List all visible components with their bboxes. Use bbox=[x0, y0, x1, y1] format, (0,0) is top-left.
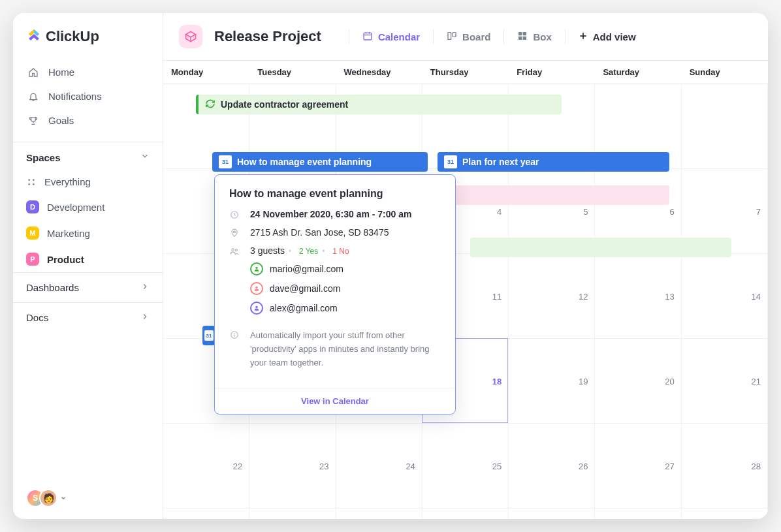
calendar-cell[interactable]: 20 bbox=[595, 339, 681, 424]
svg-rect-10 bbox=[523, 36, 526, 39]
date-number: 1 bbox=[238, 207, 242, 217]
user-menu[interactable]: S 🧑 bbox=[13, 477, 163, 519]
calendar-cell[interactable]: 19 bbox=[509, 339, 595, 424]
calendar-cell[interactable]: 13 bbox=[595, 254, 681, 339]
tab-calendar-label: Calendar bbox=[378, 31, 420, 42]
svg-rect-7 bbox=[518, 32, 522, 35]
grid-dots-icon bbox=[26, 177, 37, 187]
svg-rect-4 bbox=[364, 33, 372, 40]
calendar-cell[interactable] bbox=[249, 339, 336, 424]
space-badge-marketing: M bbox=[26, 227, 39, 240]
date-number: 14 bbox=[752, 292, 761, 302]
calendar-day-header: Monday Tuesday Wednesday Thursday Friday… bbox=[163, 60, 768, 84]
day-header: Sunday bbox=[682, 61, 768, 84]
calendar-cell[interactable]: 12 bbox=[509, 254, 595, 339]
calendar-cell[interactable]: 25 bbox=[422, 424, 509, 509]
event-manage-planning[interactable]: 31 How to manage event planning bbox=[212, 152, 428, 172]
calendar-cell[interactable]: 11 bbox=[422, 254, 509, 339]
calendar-cell[interactable]: 14 bbox=[682, 254, 768, 339]
calendar-cell[interactable]: 21 bbox=[682, 339, 768, 424]
calendar-cell[interactable]: 3 bbox=[336, 169, 422, 254]
sidebar-item-dashboards[interactable]: Dashboards bbox=[13, 272, 163, 302]
spaces-header[interactable]: Spaces bbox=[13, 142, 163, 170]
space-badge-development: D bbox=[26, 200, 39, 213]
tab-box[interactable]: Box bbox=[509, 27, 559, 47]
date-number: 2 bbox=[324, 207, 328, 217]
header: Release Project Calendar Board bbox=[163, 13, 768, 60]
sidebar-item-product[interactable]: P Product bbox=[13, 246, 163, 272]
event-update-contractor[interactable]: Update contractor agreement bbox=[196, 95, 562, 114]
brand-logo[interactable]: ClickUp bbox=[13, 13, 163, 57]
day-header: Friday bbox=[509, 61, 595, 84]
calendar-cell[interactable]: 27 bbox=[595, 424, 681, 509]
calendar-cell[interactable]: 2 bbox=[249, 169, 336, 254]
nav-notifications[interactable]: Notifications bbox=[21, 84, 155, 108]
chevron-down-icon bbox=[140, 151, 150, 163]
calendar-cell[interactable]: 1 bbox=[422, 509, 509, 519]
date-number: 20 bbox=[665, 377, 674, 386]
svg-rect-8 bbox=[523, 32, 526, 35]
date-number: 3 bbox=[411, 207, 415, 217]
add-view-label: Add view bbox=[593, 31, 636, 42]
calendar-cell[interactable]: 26 bbox=[509, 424, 595, 509]
calendar-grid: 1234567111213141819202122232425262728293… bbox=[163, 84, 768, 519]
docs-label: Docs bbox=[26, 312, 48, 323]
tab-board[interactable]: Board bbox=[439, 27, 498, 47]
event-plan-next-year[interactable]: 31 Plan for next year bbox=[438, 152, 669, 172]
calendar-cell[interactable]: 31 bbox=[336, 509, 422, 519]
date-number: 5 bbox=[583, 207, 588, 217]
event-blue-peek[interactable]: 31 bbox=[202, 326, 215, 345]
calendar-cell[interactable]: 30 bbox=[249, 509, 336, 519]
day-header: Thursday bbox=[422, 61, 509, 84]
calendar-cell[interactable] bbox=[163, 339, 249, 424]
calendar-cell[interactable] bbox=[249, 254, 336, 339]
everything-label: Everything bbox=[44, 176, 91, 187]
tab-calendar[interactable]: Calendar bbox=[355, 27, 428, 47]
calendar-cell[interactable]: 23 bbox=[249, 424, 336, 509]
sidebar-item-marketing[interactable]: M Marketing bbox=[13, 220, 163, 246]
user-avatar-2: 🧑 bbox=[39, 489, 57, 507]
project-icon[interactable] bbox=[179, 25, 202, 48]
brand-name: ClickUp bbox=[46, 28, 99, 45]
calendar-cell[interactable]: 28 bbox=[682, 424, 768, 509]
calendar-cell[interactable] bbox=[682, 84, 768, 169]
date-number: 12 bbox=[579, 292, 588, 302]
calendar-cell[interactable]: 4 bbox=[682, 509, 768, 519]
sidebar-item-development[interactable]: D Development bbox=[13, 194, 163, 220]
svg-point-0 bbox=[28, 179, 30, 181]
separator bbox=[503, 29, 504, 44]
clickup-logo-icon bbox=[26, 27, 42, 46]
main-panel: Release Project Calendar Board bbox=[163, 13, 768, 519]
board-icon bbox=[447, 31, 457, 43]
nav-goals[interactable]: Goals bbox=[21, 108, 155, 133]
calendar-cell[interactable]: 29 bbox=[163, 509, 249, 519]
tab-box-label: Box bbox=[533, 31, 551, 42]
calendar-cell[interactable] bbox=[336, 254, 422, 339]
app-window: ClickUp Home Notifications Goals bbox=[13, 13, 768, 519]
spaces-title: Spaces bbox=[26, 152, 61, 163]
sidebar-item-everything[interactable]: Everything bbox=[13, 170, 163, 194]
event-pink[interactable] bbox=[438, 185, 669, 205]
trophy-icon bbox=[27, 116, 39, 126]
day-header: Tuesday bbox=[249, 61, 336, 84]
nav-home[interactable]: Home bbox=[21, 60, 155, 84]
recurring-icon bbox=[205, 99, 215, 111]
project-title: Release Project bbox=[214, 28, 321, 45]
date-number: 28 bbox=[752, 462, 761, 471]
calendar-small-icon: 31 bbox=[219, 155, 232, 168]
plus-icon bbox=[579, 31, 588, 42]
event-label: How to manage event planning bbox=[237, 157, 372, 167]
calendar-cell[interactable]: 22 bbox=[163, 424, 249, 509]
sidebar-item-docs[interactable]: Docs bbox=[13, 302, 163, 332]
add-view-button[interactable]: Add view bbox=[571, 27, 644, 46]
calendar-cell[interactable]: 1 bbox=[163, 169, 249, 254]
calendar-cell[interactable]: 24 bbox=[336, 424, 422, 509]
date-number: 21 bbox=[752, 377, 761, 386]
calendar-cell[interactable]: 2 bbox=[509, 509, 595, 519]
event-green-light[interactable] bbox=[470, 238, 731, 257]
chevron-down-icon bbox=[60, 492, 67, 504]
date-number: 18 bbox=[492, 377, 502, 386]
calendar-cell[interactable]: 18 bbox=[422, 339, 509, 424]
calendar-cell[interactable]: 3 bbox=[595, 509, 681, 519]
calendar-cell[interactable] bbox=[336, 339, 422, 424]
